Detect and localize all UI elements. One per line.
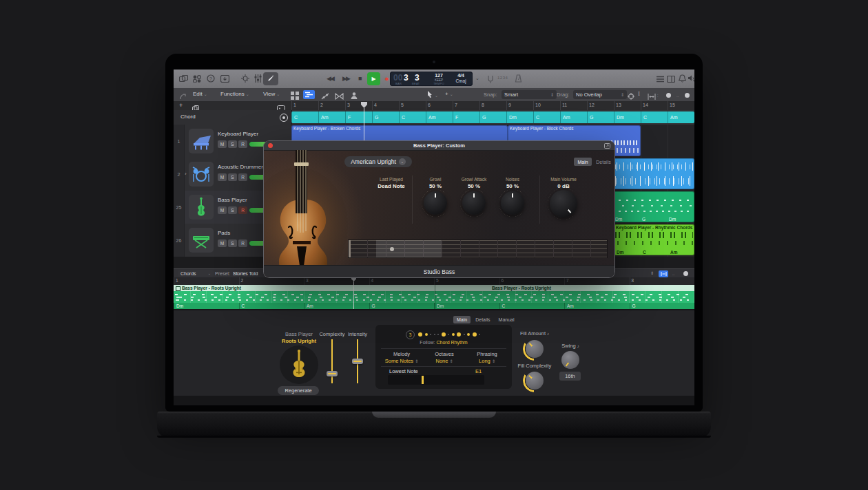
swing-rate-button[interactable]: 16th [559,372,581,381]
chord-cell[interactable]: G [587,111,614,123]
pointer-tool-menu[interactable]: ⌄ [427,91,438,98]
chord-track-target-icon[interactable] [280,114,288,122]
editor-options-chevron[interactable]: ⇕ [650,270,654,275]
count-in-button[interactable]: 1234 [497,76,508,80]
solo-button[interactable]: S [228,173,237,181]
editor-chord-cell[interactable]: C [499,303,565,309]
editor-tabs[interactable]: Main Details Manual [453,316,518,323]
catch-playhead-icon[interactable] [646,91,657,102]
tab-details[interactable]: Details [472,316,493,323]
solo-button[interactable]: S [228,206,237,214]
ruler-bar-number[interactable]: 8 [479,101,506,110]
piano-roll-view-icon[interactable] [303,90,315,99]
catch-up-icon[interactable] [178,91,189,102]
msr-buttons[interactable]: MSR [218,173,247,181]
chord-cell[interactable]: Dm [506,111,533,123]
complexity-slider-handle[interactable] [327,371,338,376]
fretboard-position-dot[interactable] [390,247,394,251]
musician-icon[interactable] [349,90,360,101]
record-button[interactable]: ● [384,74,389,83]
track-name[interactable]: Bass Player [218,197,247,203]
plugin-tab-details[interactable]: Details [594,158,613,166]
menu-functions[interactable]: Functions⌄ [220,91,249,97]
plugin-tab-main[interactable]: Main [574,158,592,166]
growl-attack-knob[interactable] [462,191,486,215]
fill-amount-knob[interactable] [526,340,544,358]
close-window-button[interactable] [268,143,273,148]
ruler-bar-number[interactable]: 4 [372,101,399,110]
intensity-slider-handle[interactable] [352,359,363,364]
bar-ruler[interactable]: + 123456789101112131415 [174,101,694,111]
forward-button[interactable]: ▶▶ [342,75,349,82]
ruler-bar-number[interactable]: 7 [453,101,479,110]
record-enable-button[interactable]: R [238,206,247,214]
lcd-chevron-icon[interactable]: ⌄ [475,76,479,81]
stop-button[interactable]: ■ [358,75,362,82]
drag-dropdown[interactable]: No Overlap⇕ [573,90,627,99]
import-icon[interactable] [219,73,230,84]
editor-region-header[interactable]: Bass Player - Roots Upright Bass Player … [174,285,694,291]
editor-chord-cell[interactable]: Dm [174,303,239,309]
editor-mode-dropdown[interactable]: Chords⌄ [178,270,214,277]
track-name[interactable]: Keyboard Player [218,131,258,137]
preset-pill-dropdown[interactable]: American Upright ⌄ [344,156,412,167]
add-track-button[interactable]: + [179,102,183,109]
smart-controls-icon[interactable] [240,73,251,84]
follow-value[interactable]: Chord Rhythm [437,340,468,345]
ruler-bar-number[interactable]: 12 [587,101,614,110]
fretboard-range-highlight[interactable] [376,240,442,257]
editor-ruler-bar-number[interactable]: 4 [369,277,435,285]
editor-chord-cell[interactable]: G [630,303,695,309]
solo-button[interactable]: S [228,140,237,148]
plugin-window-bass-player[interactable]: Bass Player: Custom [264,141,614,277]
mute-button[interactable]: M [218,239,227,247]
tab-main[interactable]: Main [453,316,471,323]
metronome-icon[interactable] [513,73,524,84]
editor-ruler-bar-number[interactable]: 1 [174,277,239,285]
tab-manual[interactable]: Manual [495,316,518,323]
auto-zoom-button[interactable] [659,270,668,277]
chord-cell[interactable]: C [399,111,426,123]
noises-knob[interactable] [501,191,524,215]
browser-icon[interactable] [665,74,676,85]
main-volume-knob[interactable] [550,190,577,217]
editor-region-area[interactable]: Bass Player - Roots Upright Bass Player … [174,285,694,309]
track-name[interactable]: Acoustic Drummer [218,164,263,170]
output-pointer-icon[interactable] [686,73,694,84]
octaves-value[interactable]: None ⇕ [422,358,466,364]
tuner-icon[interactable] [485,74,496,85]
player-avatar[interactable] [280,345,318,384]
editor-chord-cell[interactable]: Am [304,303,369,309]
fill-complexity-knob[interactable] [526,372,544,390]
chord-cell[interactable]: Am [426,111,453,123]
editor-ruler-cells[interactable]: 12345678 [174,277,694,285]
editor-ruler-bar-number[interactable]: 3 [304,277,369,285]
solo-button[interactable]: S [228,239,237,247]
inspector-icon[interactable] [192,73,203,84]
mixer-icon[interactable] [252,73,263,84]
ruler-bar-number[interactable]: 9 [506,101,533,110]
quick-help-icon[interactable]: ? [205,73,216,84]
fretboard-strip[interactable] [348,239,608,258]
record-enable-button[interactable]: R [238,239,247,247]
ruler-bar-number[interactable]: 15 [668,101,694,110]
ruler-bar-number[interactable]: 14 [641,101,668,110]
pattern-dots[interactable] [418,330,480,339]
chord-cell[interactable]: Dm [614,111,641,123]
chord-cell[interactable]: Am [560,111,587,123]
chord-cell[interactable]: F [345,111,372,123]
flex-icon[interactable] [333,91,344,102]
ruler-bar-number[interactable]: 2 [318,101,345,110]
library-icon[interactable] [178,73,189,84]
play-button[interactable]: ▶ [367,72,380,85]
pattern-count-badge[interactable]: 3 [406,330,415,339]
player-style-value[interactable]: Roots Upright [274,338,324,344]
ruler-bar-number[interactable]: 5 [399,101,426,110]
editor-chord-cell[interactable]: Dm [434,303,499,309]
phrasing-value[interactable]: Long ⇕ [465,358,509,364]
swing-knob[interactable] [561,351,579,369]
ruler-bar-number[interactable]: 1 [291,101,318,110]
editor-chord-cell[interactable]: C [239,303,304,309]
complexity-slider-track[interactable] [331,339,333,383]
snap-dropdown[interactable]: Smart⇕ [502,90,557,99]
